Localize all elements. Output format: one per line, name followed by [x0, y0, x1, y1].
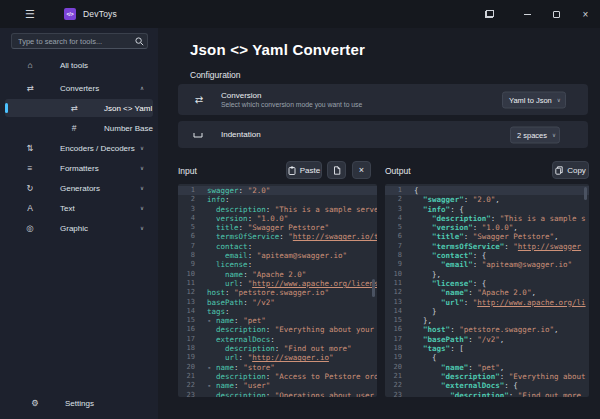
sidebar-item-generators[interactable]: ↻Generators∨ [5, 179, 153, 197]
code-text: "title": "Swagger Petstore", [409, 232, 559, 241]
line-number: 10 [178, 270, 202, 279]
line-number: 15 [385, 316, 409, 325]
line-number: 8 [385, 251, 409, 260]
code-text: "name": "pet", [409, 363, 504, 372]
close-icon: × [583, 9, 589, 20]
code-text: tags: [202, 307, 230, 316]
code-text: "tags": [ [409, 344, 464, 353]
line-number: 21 [385, 372, 409, 381]
search-input[interactable] [12, 37, 131, 46]
code-line: 12host: "petstore.swagger.io" [178, 288, 377, 297]
app-title: DevToys [83, 9, 117, 19]
code-line: 23 description: "Operations about user [178, 391, 377, 397]
code-text: description: "Everything about your P [202, 325, 377, 334]
code-line: 7 contact: [178, 242, 377, 251]
code-line: 2 "swagger": "2.0", [385, 195, 589, 204]
sidebar-item-settings[interactable]: ⚙ Settings [10, 394, 148, 412]
code-text: - name: "pet" [202, 316, 266, 325]
clear-input-button[interactable]: × [352, 161, 371, 179]
code-line: 6 termsOfService: "http://swagger.io/te [178, 232, 377, 241]
code-line: 13basePath: "/v2" [178, 298, 377, 307]
hamburger-menu-icon[interactable]: ☰ [22, 8, 38, 21]
code-line: 4 version: "1.0.0" [178, 214, 377, 223]
sidebar-item-all-tools[interactable]: ⌂All tools [5, 56, 153, 74]
copy-button-label: Copy [567, 166, 586, 175]
line-number: 17 [385, 335, 409, 344]
stay-on-top-button[interactable] [475, 0, 503, 28]
generators-icon: ↻ [24, 183, 36, 193]
indentation-dropdown[interactable]: 2 spaces ∨ [510, 126, 560, 143]
code-line: 8 email: "apiteam@swagger.io" [178, 251, 377, 260]
sidebar-item-formatters[interactable]: ≡Formatters∨ [5, 159, 153, 177]
code-line: 11 url: "http://www.apache.org/licens [178, 279, 377, 288]
json-yaml-icon: ⇄ [68, 103, 80, 113]
sidebar-item-label: Converters [60, 84, 99, 93]
code-line: 8 "contact": { [385, 251, 589, 260]
search-icon[interactable] [131, 37, 147, 46]
line-number: 6 [385, 232, 409, 241]
code-line: 20- name: "store" [178, 363, 377, 372]
code-text: basePath: "/v2" [202, 298, 275, 307]
code-text: name: "Apache 2.0" [202, 270, 306, 279]
sidebar-item-label: Text [60, 204, 75, 213]
sidebar-item-encoders-decoders[interactable]: ⇅Encoders / Decoders∨ [5, 139, 153, 157]
code-line: 5 "version": "1.0.0", [385, 223, 589, 232]
converters-icon: ⇄ [24, 83, 36, 93]
code-line: 14 } [385, 307, 589, 316]
line-number: 13 [178, 298, 202, 307]
code-line: 2info: [178, 195, 377, 204]
code-text: "externalDocs": { [409, 381, 518, 390]
devtoys-logo-icon: </> [64, 8, 76, 20]
open-file-button[interactable] [327, 161, 346, 179]
line-number: 8 [178, 251, 202, 260]
code-text: { [409, 353, 437, 362]
code-text: "name": "Apache 2.0", [409, 288, 536, 297]
code-text: "swagger": "2.0", [409, 195, 500, 204]
code-line: 22 "externalDocs": { [385, 381, 589, 390]
line-number: 15 [178, 316, 202, 325]
close-button[interactable]: × [571, 0, 600, 28]
code-line: 17 "basePath": "/v2", [385, 335, 589, 344]
chevron-down-icon: ∨ [140, 225, 144, 231]
code-text: "contact": { [409, 251, 486, 260]
sidebar-item-text[interactable]: AText∨ [5, 199, 153, 217]
sidebar-item-label: Json <> Yaml [104, 104, 152, 113]
input-vertical-scrollbar[interactable] [372, 279, 375, 297]
gear-icon: ⚙ [29, 398, 41, 408]
conversion-title: Conversion [221, 91, 362, 100]
sidebar-item-json-yaml[interactable]: ⇄Json <> Yaml [5, 99, 153, 117]
home-icon: ⌂ [24, 60, 36, 70]
copy-icon [555, 166, 563, 175]
line-number: 22 [178, 381, 202, 390]
paste-button[interactable]: Paste [286, 161, 322, 179]
clipboard-icon [288, 166, 296, 175]
code-text: url: "http://swagger.io" [202, 353, 333, 362]
conversion-mode-dropdown[interactable]: Yaml to Json ∨ [502, 91, 566, 108]
sidebar-item-converters[interactable]: ⇄Converters∧ [5, 79, 153, 97]
line-number: 19 [178, 353, 202, 362]
line-number: 23 [178, 391, 202, 397]
output-label: Output [385, 166, 411, 176]
code-text: "basePath": "/v2", [409, 335, 504, 344]
line-number: 3 [385, 205, 409, 214]
title-bar: ☰ </> DevToys × [0, 0, 600, 28]
input-editor[interactable]: 1swagger: "2.0"2info:3 description: "Thi… [178, 184, 377, 397]
output-editor[interactable]: 1{2 "swagger": "2.0",3 "info": {4 "descr… [385, 184, 589, 397]
code-line: 16 "host": "petstore.swagger.io", [385, 325, 589, 334]
chevron-down-icon: ∨ [140, 165, 144, 171]
maximize-button[interactable] [542, 0, 571, 28]
line-number: 13 [385, 298, 409, 307]
code-line: 7 "termsOfService": "http://swagger [385, 242, 589, 251]
line-number: 17 [178, 335, 202, 344]
code-text: }, [409, 270, 441, 279]
minimize-button[interactable] [513, 0, 542, 28]
sidebar-item-graphic[interactable]: ◎Graphic∨ [5, 219, 153, 237]
stay-on-top-icon [485, 10, 494, 18]
copy-button[interactable]: Copy [552, 161, 589, 179]
sidebar-item-number-base[interactable]: #Number Base [5, 119, 153, 137]
output-vertical-scrollbar[interactable] [584, 187, 587, 200]
code-text: "description": "This is a sample s [409, 214, 586, 223]
code-text: "url": "http://www.apache.org/li [409, 298, 586, 307]
search-box [11, 33, 148, 49]
sidebar-item-label: Graphic [60, 224, 88, 233]
